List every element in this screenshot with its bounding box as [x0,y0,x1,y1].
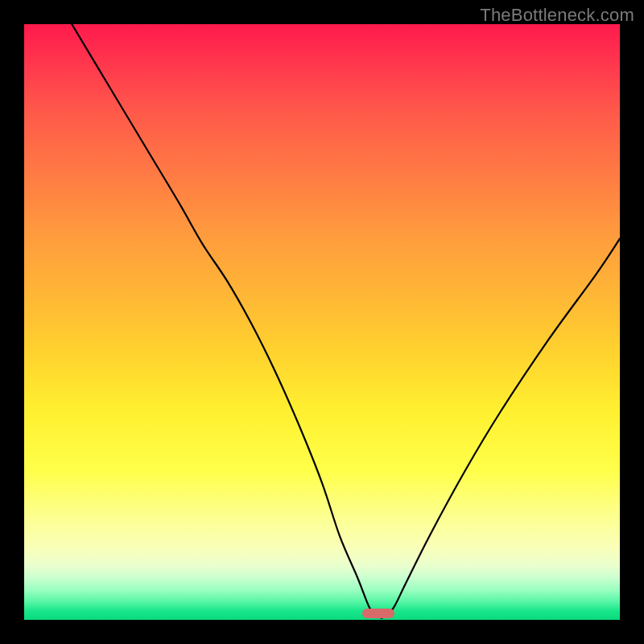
optimal-marker [362,609,394,618]
plot-area [24,24,620,620]
curve-path [72,24,620,618]
bottleneck-curve [24,24,620,620]
chart-frame: TheBottleneck.com [0,0,644,644]
watermark-text: TheBottleneck.com [480,5,634,26]
